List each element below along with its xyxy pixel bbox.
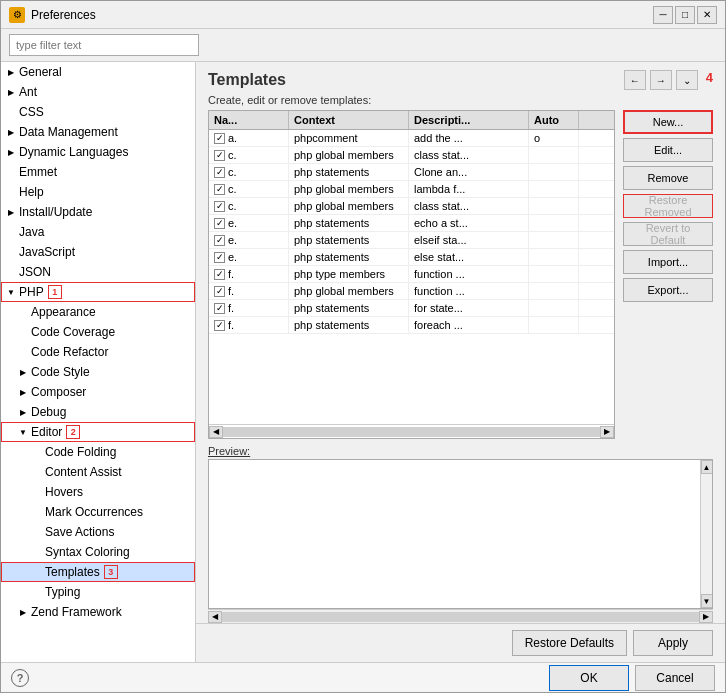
help-button[interactable]: ?: [11, 669, 29, 687]
nav-dropdown-button[interactable]: ⌄: [676, 70, 698, 90]
th-context: Context: [289, 111, 409, 129]
sidebar-item-css[interactable]: CSS: [1, 102, 195, 122]
arrow-php: ▼: [5, 286, 17, 298]
sidebar-item-code-folding[interactable]: Code Folding: [1, 442, 195, 462]
sidebar-item-javascript[interactable]: JavaScript: [1, 242, 195, 262]
preview-scroll-track[interactable]: [222, 612, 699, 622]
table-row[interactable]: f. php statements for state...: [209, 300, 614, 317]
badge-php: 1: [48, 285, 62, 299]
td-name: f.: [209, 283, 289, 299]
td-auto: [529, 266, 579, 282]
table-row[interactable]: c. php global members lambda f...: [209, 181, 614, 198]
remove-button[interactable]: Remove: [623, 166, 713, 190]
nav-back-button[interactable]: ←: [624, 70, 646, 90]
revert-to-default-button[interactable]: Revert to Default: [623, 222, 713, 246]
sidebar-item-mark-occurrences[interactable]: Mark Occurrences: [1, 502, 195, 522]
sidebar-item-emmet[interactable]: Emmet: [1, 162, 195, 182]
preview-horizontal-scrollbar[interactable]: ◀ ▶: [208, 609, 713, 623]
table-row[interactable]: c. php global members class stat...: [209, 147, 614, 164]
th-description: Descripti...: [409, 111, 529, 129]
table-row[interactable]: c. php global members class stat...: [209, 198, 614, 215]
right-panel: Templates ← → ⌄ 4 Create, edit or remove…: [196, 62, 725, 662]
close-button[interactable]: ✕: [697, 6, 717, 24]
table-row[interactable]: e. php statements echo a st...: [209, 215, 614, 232]
row-checkbox[interactable]: [214, 269, 225, 280]
row-checkbox[interactable]: [214, 150, 225, 161]
arrow-general: ▶: [5, 66, 17, 78]
row-checkbox[interactable]: [214, 133, 225, 144]
sidebar-item-java[interactable]: Java: [1, 222, 195, 242]
preview-scroll-right[interactable]: ▶: [699, 611, 713, 623]
new-button[interactable]: New...: [623, 110, 713, 134]
app-icon: ⚙: [9, 7, 25, 23]
td-description: function ...: [409, 266, 529, 282]
table-row[interactable]: e. php statements else stat...: [209, 249, 614, 266]
scroll-right-arrow[interactable]: ▶: [600, 426, 614, 438]
sidebar-item-install-update[interactable]: ▶ Install/Update: [1, 202, 195, 222]
td-name: e.: [209, 232, 289, 248]
table-row[interactable]: f. php statements foreach ...: [209, 317, 614, 334]
row-checkbox[interactable]: [214, 303, 225, 314]
scroll-left-arrow[interactable]: ◀: [209, 426, 223, 438]
sidebar-item-php[interactable]: ▼ PHP 1: [1, 282, 195, 302]
restore-removed-button[interactable]: Restore Removed: [623, 194, 713, 218]
table-row[interactable]: c. php statements Clone an...: [209, 164, 614, 181]
sidebar-item-syntax-coloring[interactable]: Syntax Coloring: [1, 542, 195, 562]
sidebar-item-ant[interactable]: ▶ Ant: [1, 82, 195, 102]
edit-button[interactable]: Edit...: [623, 138, 713, 162]
label-zend-framework: Zend Framework: [31, 605, 122, 619]
row-checkbox[interactable]: [214, 320, 225, 331]
sidebar-item-composer[interactable]: ▶ Composer: [1, 382, 195, 402]
sidebar-item-editor[interactable]: ▼ Editor 2: [1, 422, 195, 442]
row-checkbox[interactable]: [214, 201, 225, 212]
sidebar-item-general[interactable]: ▶ General: [1, 62, 195, 82]
sidebar-item-json[interactable]: JSON: [1, 262, 195, 282]
sidebar: ▶ General ▶ Ant CSS ▶ Data Management ▶ …: [1, 62, 196, 662]
row-checkbox[interactable]: [214, 286, 225, 297]
table-row[interactable]: e. php statements elseif sta...: [209, 232, 614, 249]
search-input[interactable]: [9, 34, 199, 56]
sidebar-item-zend-framework[interactable]: ▶ Zend Framework: [1, 602, 195, 622]
sidebar-item-save-actions[interactable]: Save Actions: [1, 522, 195, 542]
nav-forward-button[interactable]: →: [650, 70, 672, 90]
sidebar-item-typing[interactable]: Typing: [1, 582, 195, 602]
maximize-button[interactable]: □: [675, 6, 695, 24]
td-context: php global members: [289, 147, 409, 163]
import-button[interactable]: Import...: [623, 250, 713, 274]
sidebar-item-appearance[interactable]: Appearance: [1, 302, 195, 322]
sidebar-item-code-coverage[interactable]: Code Coverage: [1, 322, 195, 342]
table-row[interactable]: f. php global members function ...: [209, 283, 614, 300]
row-checkbox[interactable]: [214, 235, 225, 246]
minimize-button[interactable]: ─: [653, 6, 673, 24]
preview-scroll-left[interactable]: ◀: [208, 611, 222, 623]
table-row[interactable]: a. phpcomment add the ... o: [209, 130, 614, 147]
cancel-button[interactable]: Cancel: [635, 665, 715, 691]
restore-defaults-button[interactable]: Restore Defaults: [512, 630, 627, 656]
row-checkbox[interactable]: [214, 184, 225, 195]
sidebar-item-content-assist[interactable]: Content Assist: [1, 462, 195, 482]
scroll-track[interactable]: [223, 427, 600, 437]
horizontal-scrollbar[interactable]: ◀ ▶: [209, 424, 614, 438]
export-button[interactable]: Export...: [623, 278, 713, 302]
td-auto: [529, 215, 579, 231]
scroll-down-arrow[interactable]: ▼: [701, 594, 713, 608]
row-checkbox[interactable]: [214, 167, 225, 178]
arrow-hovers: [31, 486, 43, 498]
row-checkbox[interactable]: [214, 252, 225, 263]
apply-button[interactable]: Apply: [633, 630, 713, 656]
td-context: phpcomment: [289, 130, 409, 146]
sidebar-item-data-management[interactable]: ▶ Data Management: [1, 122, 195, 142]
table-row[interactable]: f. php type members function ...: [209, 266, 614, 283]
sidebar-item-hovers[interactable]: Hovers: [1, 482, 195, 502]
sidebar-item-debug[interactable]: ▶ Debug: [1, 402, 195, 422]
td-context: php global members: [289, 181, 409, 197]
sidebar-item-code-style[interactable]: ▶ Code Style: [1, 362, 195, 382]
sidebar-item-dynamic-languages[interactable]: ▶ Dynamic Languages: [1, 142, 195, 162]
sidebar-item-help[interactable]: Help: [1, 182, 195, 202]
row-checkbox[interactable]: [214, 218, 225, 229]
scroll-up-arrow[interactable]: ▲: [701, 460, 713, 474]
sidebar-item-code-refactor[interactable]: Code Refactor: [1, 342, 195, 362]
table-body[interactable]: a. phpcomment add the ... o c. php globa…: [209, 130, 614, 422]
sidebar-item-templates[interactable]: Templates 3: [1, 562, 195, 582]
ok-button[interactable]: OK: [549, 665, 629, 691]
